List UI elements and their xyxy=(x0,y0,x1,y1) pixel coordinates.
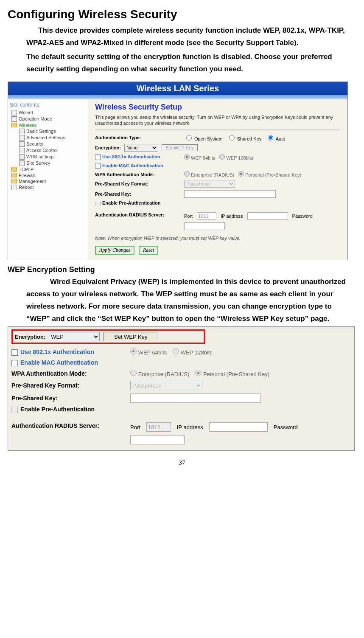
enable-preauth-checkbox xyxy=(11,407,18,413)
radio-label: Enterprise (RADIUS) xyxy=(191,172,234,177)
folder-icon xyxy=(11,173,17,177)
sidebar-item-firewall[interactable]: Firewall xyxy=(10,172,86,178)
sidebar-item-access-control[interactable]: Access Control xyxy=(10,147,86,154)
psk-format-select: Passphrase xyxy=(130,381,202,390)
page-title: Configuring Wireless Security xyxy=(8,8,356,21)
ip-label: IP address xyxy=(221,214,243,219)
auth-auto-radio[interactable]: Auto xyxy=(266,134,285,141)
psk-format-select: Passphrase xyxy=(184,180,235,188)
wpa-personal-radio: Personal (Pre-Shared Key) xyxy=(238,171,301,177)
radius-ip-input[interactable] xyxy=(247,212,288,220)
page-icon xyxy=(19,135,25,141)
page-icon xyxy=(11,110,17,115)
wep-paragraph: Wired Equivalent Privacy (WEP) is implem… xyxy=(26,276,356,325)
radius-label: Authentication RADIUS Server: xyxy=(11,422,130,429)
sidebar-item-wds-settings[interactable]: WDS settings xyxy=(10,154,86,160)
enable-mac-label: Enable MAC Authentication xyxy=(20,359,98,366)
wpa-personal-radio: Personal (Pre-Shared Key) xyxy=(195,370,269,377)
sidebar-item-advanced-settings[interactable]: Advanced Settings xyxy=(10,135,86,141)
apply-changes-button[interactable]: Apply Changes xyxy=(95,246,134,255)
wep128-radio: WEP 128bits xyxy=(219,154,253,160)
radius-password-input[interactable] xyxy=(184,222,225,230)
use-8021x-checkbox[interactable] xyxy=(11,349,18,356)
enable-preauth-label: Enable Pre-Authentication xyxy=(20,406,95,413)
intro-paragraph-1: This device provides complete wireless s… xyxy=(26,25,356,49)
radio-label: WEP 128bits xyxy=(226,155,253,160)
use-8021x-checkbox[interactable] xyxy=(95,155,101,160)
app-banner: Wireless LAN Series xyxy=(8,82,347,95)
psk-input[interactable] xyxy=(184,190,276,198)
sidebar: Site contents: Wizard Operation Mode Wir… xyxy=(8,99,88,260)
page-icon xyxy=(11,185,17,190)
enable-preauth-checkbox xyxy=(95,201,101,206)
page-icon xyxy=(19,141,25,147)
radio-label: Enterprise (RADIUS) xyxy=(138,371,190,377)
psk-input[interactable] xyxy=(130,393,261,403)
encryption-select[interactable]: None xyxy=(124,144,158,152)
set-wep-key-button[interactable]: Set WEP Key xyxy=(103,332,158,341)
sidebar-label: Reboot xyxy=(19,185,34,190)
ip-label: IP address xyxy=(177,424,203,430)
sidebar-item-management[interactable]: Management xyxy=(10,178,86,184)
use-8021x-label: Use 802.1x Authentication xyxy=(20,349,94,355)
page-icon xyxy=(11,116,17,122)
enable-preauth-label: Enable Pre-Authentication xyxy=(102,200,161,205)
radius-ip-input[interactable] xyxy=(209,422,268,432)
sidebar-item-basic-settings[interactable]: Basic Settings xyxy=(10,128,86,135)
sidebar-label: Firewall xyxy=(19,173,35,178)
pw-label: Password xyxy=(274,424,298,430)
pw-label: Password xyxy=(292,214,313,219)
radio-label: Open System xyxy=(194,136,223,141)
radio-disabled-icon xyxy=(184,154,190,160)
port-label: Port xyxy=(130,424,140,430)
radio-disabled-icon xyxy=(130,370,137,376)
sidebar-item-security[interactable]: Security xyxy=(10,141,86,147)
page-icon xyxy=(19,129,25,134)
sidebar-item-site-survey[interactable]: Site Survey xyxy=(10,160,86,166)
wep64-radio: WEP 64bits xyxy=(184,154,215,160)
radio-disabled-icon xyxy=(173,348,179,354)
screenshot-wireless-security-setup: Wireless LAN Series Site contents: Wizar… xyxy=(8,82,348,260)
radio-label: Shared Key xyxy=(237,136,261,141)
main-panel: Wireless Security Setup This page allows… xyxy=(88,99,347,260)
radio-disabled-icon xyxy=(130,348,137,354)
encryption-label: Encryption: xyxy=(95,145,121,150)
psk-label: Pre-Shared Key: xyxy=(11,395,130,402)
set-wep-key-button[interactable]: Set WEP Key xyxy=(162,144,197,151)
radio-disabled-icon xyxy=(184,171,190,177)
auth-open-radio[interactable]: Open System xyxy=(184,134,223,141)
auth-shared-radio[interactable]: Shared Key xyxy=(227,134,262,141)
radio-label: Auto xyxy=(276,136,286,141)
wpa-enterprise-radio: Enterprise (RADIUS) xyxy=(184,171,234,177)
sidebar-item-wireless[interactable]: Wireless xyxy=(10,122,86,128)
highlighted-encryption-row: Encryption: WEP Set WEP Key xyxy=(11,329,205,344)
page-icon xyxy=(19,160,25,166)
radio-disabled-icon xyxy=(195,370,202,376)
port-label: Port xyxy=(184,214,193,219)
sidebar-label: Management xyxy=(19,179,46,184)
intro-block: This device provides complete wireless s… xyxy=(26,25,356,76)
enable-mac-checkbox[interactable] xyxy=(11,360,18,366)
sidebar-label: TCP/IP xyxy=(19,167,34,172)
sidebar-item-reboot[interactable]: Reboot xyxy=(10,184,86,191)
wep64-radio: WEP 64bits xyxy=(130,348,167,356)
page-number: 37 xyxy=(8,459,356,467)
page-icon xyxy=(19,148,25,153)
sidebar-item-tcpip[interactable]: TCP/IP xyxy=(10,166,86,172)
radius-password-input[interactable] xyxy=(130,435,185,444)
use-8021x-label: Use 802.1x Authentication xyxy=(102,154,160,159)
sidebar-label: WDS settings xyxy=(26,154,55,159)
folder-open-icon xyxy=(11,123,17,127)
wpa-enterprise-radio: Enterprise (RADIUS) xyxy=(130,370,189,377)
folder-icon xyxy=(11,179,17,183)
panel-description: This page allows you setup the wireless … xyxy=(95,114,341,126)
folder-icon xyxy=(11,167,17,171)
radio-label: Personal (Pre-Shared Key) xyxy=(203,371,269,377)
radio-label: WEP 64bits xyxy=(191,155,215,160)
enable-mac-checkbox[interactable] xyxy=(95,163,101,169)
auth-type-label: Authentication Type: xyxy=(95,135,184,140)
sidebar-item-wizard[interactable]: Wizard xyxy=(10,110,86,116)
encryption-select[interactable]: WEP xyxy=(49,332,100,341)
sidebar-item-operation-mode[interactable]: Operation Mode xyxy=(10,116,86,122)
reset-button[interactable]: Reset xyxy=(139,246,158,255)
